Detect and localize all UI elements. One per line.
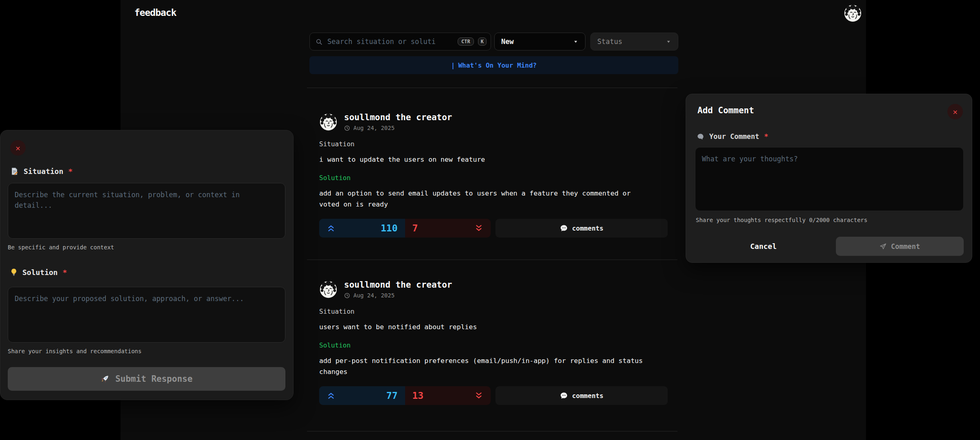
downvote-button[interactable]: 7 bbox=[405, 219, 491, 238]
double-chevron-down-icon bbox=[474, 391, 483, 400]
submit-response-button[interactable]: Submit Response bbox=[8, 367, 285, 391]
search-icon bbox=[316, 38, 322, 45]
solution-textarea[interactable] bbox=[8, 287, 285, 343]
comments-label: comments bbox=[572, 392, 603, 400]
submit-response-label: Submit Response bbox=[115, 374, 193, 384]
vote-group: 77 13 bbox=[319, 386, 491, 405]
solution-label: Solution bbox=[319, 341, 669, 350]
post-author-name: soullmond the creator bbox=[344, 280, 452, 290]
memo-icon bbox=[10, 167, 19, 176]
vote-group: 110 7 bbox=[319, 219, 491, 238]
situation-text: users want to be notified about replies bbox=[319, 321, 651, 332]
clock-icon bbox=[344, 125, 350, 131]
upvote-count: 110 bbox=[381, 223, 398, 233]
post-author-avatar[interactable] bbox=[319, 280, 338, 299]
response-form-panel: ✕ Situation * Be specific and provide co… bbox=[0, 130, 294, 400]
solution-text: add an option to send email updates to u… bbox=[319, 188, 651, 210]
comment-field-label-text: Your Comment bbox=[709, 132, 759, 141]
rocket-icon bbox=[101, 374, 110, 383]
add-comment-modal: Add Comment ✕ Your Comment * Share your … bbox=[686, 94, 972, 263]
comments-button[interactable]: comments bbox=[495, 219, 668, 238]
comments-button[interactable]: comments bbox=[495, 386, 668, 405]
avatar-face-icon bbox=[319, 280, 338, 299]
solution-text: add per-post notification preferences (e… bbox=[319, 355, 651, 377]
upvote-button[interactable]: 110 bbox=[319, 219, 405, 238]
vote-row: 77 13 commen bbox=[319, 386, 669, 405]
solution-helper-text: Share your insights and recommendations bbox=[8, 348, 142, 354]
post-header: soullmond the creator Aug 24, 2025 bbox=[319, 280, 669, 299]
speech-balloon-icon bbox=[697, 133, 704, 141]
whats-on-your-mind-label: What's On Your Mind? bbox=[458, 62, 537, 69]
user-avatar[interactable] bbox=[844, 4, 862, 22]
required-asterisk: * bbox=[63, 268, 67, 277]
chevron-down-icon bbox=[666, 39, 671, 44]
solution-label: Solution bbox=[319, 174, 669, 182]
avatar-face-icon bbox=[844, 4, 862, 22]
sort-select[interactable]: New bbox=[494, 33, 585, 51]
close-icon[interactable]: ✕ bbox=[947, 104, 963, 119]
clock-icon bbox=[344, 293, 350, 299]
situation-textarea[interactable] bbox=[8, 183, 285, 239]
status-select[interactable]: Status bbox=[590, 33, 678, 51]
comment-submit-label: Comment bbox=[891, 242, 920, 251]
double-chevron-up-icon bbox=[327, 391, 335, 400]
avatar-face-icon bbox=[319, 113, 338, 131]
divider bbox=[307, 88, 677, 88]
solution-field-label: Solution * bbox=[10, 268, 67, 277]
vote-row: 110 7 commen bbox=[319, 219, 669, 238]
sort-select-value: New bbox=[501, 37, 514, 46]
situation-text: i want to update the users on new featur… bbox=[319, 154, 651, 165]
downvote-count: 7 bbox=[412, 223, 418, 233]
situation-field-label-text: Situation bbox=[24, 167, 64, 176]
comment-textarea[interactable] bbox=[695, 147, 964, 211]
required-asterisk: * bbox=[764, 132, 768, 141]
comments-label: comments bbox=[572, 224, 603, 232]
post-author-name: soullmond the creator bbox=[344, 113, 452, 122]
situation-label: Situation bbox=[319, 140, 669, 148]
comment-field-label: Your Comment * bbox=[697, 132, 768, 141]
modal-title: Add Comment bbox=[697, 106, 754, 115]
upvote-button[interactable]: 77 bbox=[319, 386, 405, 405]
lightbulb-icon bbox=[10, 268, 18, 277]
post-card: soullmond the creator Aug 24, 2025 Situa… bbox=[319, 113, 669, 238]
app-root: feedback CTR K New bbox=[0, 0, 980, 440]
comment-submit-button[interactable]: Comment bbox=[836, 237, 964, 256]
shortcut-ctrl-badge: CTR bbox=[458, 37, 474, 46]
required-asterisk: * bbox=[68, 167, 73, 176]
divider bbox=[307, 260, 677, 260]
comments-bubble-icon bbox=[560, 392, 568, 400]
shortcut-k-badge: K bbox=[478, 37, 487, 46]
text-cursor: | bbox=[451, 62, 455, 69]
situation-label: Situation bbox=[319, 308, 669, 316]
page-title: feedback bbox=[134, 7, 176, 18]
comment-helper-text: Share your thoughts respectfully 0/2000 … bbox=[696, 217, 867, 223]
close-icon[interactable]: ✕ bbox=[10, 140, 26, 156]
cancel-button[interactable]: Cancel bbox=[710, 237, 816, 256]
post-card: soullmond the creator Aug 24, 2025 Situa… bbox=[319, 280, 669, 405]
search-input[interactable] bbox=[327, 37, 454, 46]
downvote-count: 13 bbox=[412, 390, 424, 401]
chevron-down-icon bbox=[573, 39, 579, 44]
solution-field-label-text: Solution bbox=[22, 268, 58, 277]
situation-field-label: Situation * bbox=[10, 167, 72, 176]
post-header: soullmond the creator Aug 24, 2025 bbox=[319, 113, 669, 131]
divider bbox=[307, 431, 677, 431]
upvote-count: 77 bbox=[386, 390, 398, 401]
whats-on-your-mind-button[interactable]: | What's On Your Mind? bbox=[309, 56, 678, 74]
downvote-button[interactable]: 13 bbox=[405, 386, 491, 405]
send-icon bbox=[879, 243, 887, 250]
double-chevron-down-icon bbox=[474, 224, 483, 233]
search-box: CTR K bbox=[309, 33, 491, 51]
post-date: Aug 24, 2025 bbox=[353, 292, 395, 299]
post-date: Aug 24, 2025 bbox=[353, 125, 395, 131]
post-author-avatar[interactable] bbox=[319, 113, 338, 131]
comments-bubble-icon bbox=[560, 224, 568, 232]
status-select-value: Status bbox=[597, 37, 622, 46]
double-chevron-up-icon bbox=[327, 224, 335, 233]
situation-helper-text: Be specific and provide context bbox=[8, 244, 114, 251]
